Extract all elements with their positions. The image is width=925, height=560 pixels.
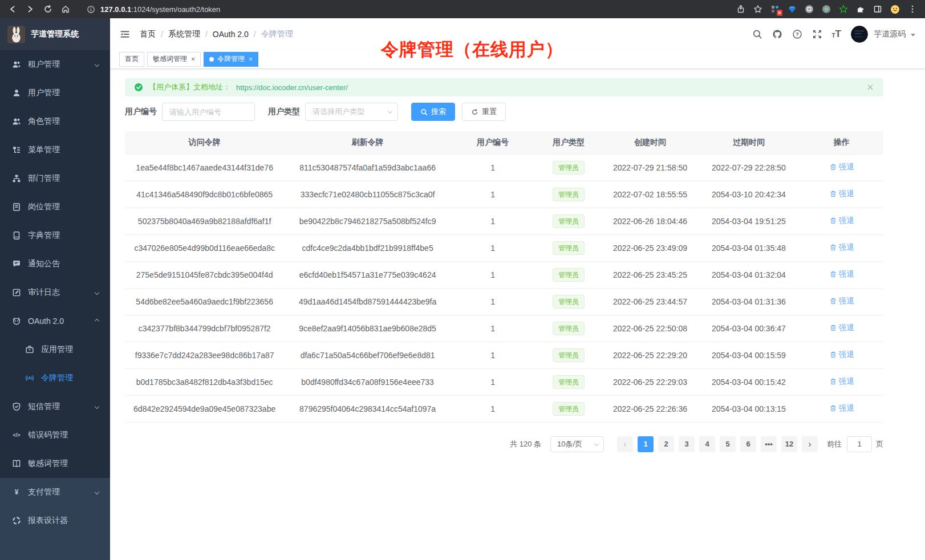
back-icon[interactable]	[8, 5, 17, 14]
action-cell: 强退	[800, 288, 883, 315]
sidebar-item-error-code-management[interactable]: </>错误码管理	[0, 421, 110, 449]
force-logout-link[interactable]: 强退	[829, 376, 854, 387]
alert-close-icon[interactable]	[866, 83, 874, 91]
user-menu-caret-icon[interactable]	[911, 34, 915, 36]
force-logout-link[interactable]: 强退	[829, 323, 854, 333]
sidebar-item-app-management[interactable]: 应用管理	[0, 335, 110, 364]
tab-close-icon[interactable]: ×	[191, 56, 195, 63]
page-button-5[interactable]: 5	[720, 436, 736, 452]
page-size-select[interactable]: 10条/页	[550, 436, 604, 452]
alert-doc-link[interactable]: https://doc.iocoder.cn/user-center/	[236, 83, 348, 92]
trash-icon	[829, 190, 837, 198]
goto-page-input[interactable]	[847, 436, 872, 452]
breadcrumb-item[interactable]: 系统管理	[168, 29, 200, 39]
user-type-select[interactable]: 请选择用户类型	[305, 103, 398, 121]
page-button-6[interactable]: 6	[740, 436, 756, 452]
force-logout-link[interactable]: 强退	[829, 189, 854, 199]
search-icon	[420, 108, 428, 116]
sidebar-item-role-management[interactable]: 角色管理	[0, 107, 110, 136]
force-logout-link[interactable]: 强退	[829, 242, 854, 253]
username[interactable]: 芋道源码	[874, 29, 906, 39]
tab-令牌管理[interactable]: 令牌管理×	[204, 52, 258, 67]
breadcrumb-item[interactable]: 首页	[140, 29, 156, 39]
font-size-icon[interactable]: TT	[832, 29, 842, 39]
user-id-input[interactable]	[162, 103, 255, 121]
profile-emoji-icon[interactable]	[890, 5, 900, 14]
access-token-cell: b0d1785bc3a8482f812db4a3f3bd15ec	[125, 368, 284, 395]
reload-icon[interactable]	[43, 5, 52, 14]
app-logo[interactable]: 芋道管理系统	[0, 18, 110, 50]
tab-首页[interactable]: 首页	[119, 52, 144, 67]
address-bar[interactable]: 127.0.0.1:1024/system/oauth2/token	[87, 5, 220, 14]
tab-敏感词管理[interactable]: 敏感词管理×	[147, 52, 201, 67]
user-id-cell: 1	[451, 288, 534, 315]
created-time-cell: 2022-07-02 18:55:55	[603, 181, 697, 208]
force-logout-link[interactable]: 强退	[829, 216, 854, 226]
green-star-extension-icon[interactable]	[839, 5, 848, 14]
trash-icon	[829, 324, 837, 332]
user-avatar[interactable]	[851, 26, 868, 43]
extension-grid-icon[interactable]: 9	[770, 5, 780, 14]
access-token-cell: 275e5de9151045fe87cbdc395e004f4d	[125, 261, 284, 288]
chevron-up-icon	[95, 319, 99, 323]
more-pages-button[interactable]: •••	[761, 436, 777, 452]
sidebar-item-dict-management[interactable]: 字典管理	[0, 221, 110, 250]
access-token-cell: 54d6be82ee5a460a9aedc1f9bf223656	[125, 288, 284, 315]
search-button[interactable]: 搜索	[411, 103, 455, 121]
breadcrumb-item[interactable]: OAuth 2.0	[213, 30, 249, 39]
github-icon[interactable]	[772, 29, 782, 39]
trash-icon	[829, 351, 837, 359]
sidebar-item-report-designer[interactable]: 报表设计器	[0, 506, 110, 535]
page-button-12[interactable]: 12	[781, 436, 797, 452]
command-extension-icon[interactable]	[805, 5, 814, 14]
pagination-total: 共 120 条	[510, 439, 541, 449]
home-icon[interactable]	[61, 5, 70, 14]
sidebar-item-label: 通知公告	[28, 259, 60, 269]
tab-close-icon[interactable]: ×	[249, 56, 253, 63]
force-logout-link[interactable]: 强退	[829, 269, 854, 279]
browser-menu-icon[interactable]	[908, 5, 917, 14]
share-icon[interactable]	[736, 5, 745, 14]
goto-suffix: 页	[876, 439, 883, 449]
sidebar-item-oauth2[interactable]: OAuth 2.0	[0, 307, 110, 335]
sidebar-item-notice-management[interactable]: 通知公告	[0, 250, 110, 278]
user-icon	[12, 88, 21, 98]
fullscreen-icon[interactable]	[812, 29, 822, 39]
action-cell: 强退	[800, 315, 883, 342]
sidebar-collapse-icon[interactable]	[120, 29, 130, 39]
sidebar-item-payment-management[interactable]: ¥支付管理	[0, 478, 110, 506]
record-extension-icon[interactable]	[822, 5, 831, 14]
next-page-button[interactable]: ›	[802, 436, 818, 452]
force-logout-link[interactable]: 强退	[829, 403, 854, 413]
gem-extension-icon[interactable]	[788, 5, 797, 14]
side-panel-icon[interactable]	[873, 5, 882, 14]
sidebar-item-audit-log[interactable]: 审计日志	[0, 278, 110, 307]
page-button-2[interactable]: 2	[658, 436, 674, 452]
reset-button[interactable]: 重置	[462, 103, 506, 121]
forward-icon[interactable]	[26, 5, 35, 14]
page-button-4[interactable]: 4	[699, 436, 715, 452]
sidebar-item-user-management[interactable]: 用户管理	[0, 79, 110, 107]
sidebar-item-menu-management[interactable]: 菜单管理	[0, 136, 110, 164]
user-type-badge: 管理员	[553, 188, 585, 201]
search-icon[interactable]	[752, 29, 762, 39]
puzzle-extensions-icon[interactable]	[856, 5, 865, 14]
site-info-icon[interactable]	[87, 5, 95, 14]
sidebar-item-sms-management[interactable]: 短信管理	[0, 392, 110, 421]
sidebar-item-dept-management[interactable]: 部门管理	[0, 164, 110, 193]
pagination: 共 120 条 10条/页 ‹123456•••12› 前往 页	[125, 436, 883, 452]
prev-page-button[interactable]: ‹	[617, 436, 633, 452]
sidebar-item-post-management[interactable]: 岗位管理	[0, 193, 110, 221]
bookmark-star-icon[interactable]	[753, 5, 762, 14]
force-logout-link[interactable]: 强退	[829, 296, 854, 306]
user-type-badge: 管理员	[553, 375, 585, 389]
page-button-1[interactable]: 1	[638, 436, 654, 452]
sidebar-item-sensitive-word-management[interactable]: 敏感词管理	[0, 449, 110, 478]
page-button-3[interactable]: 3	[679, 436, 695, 452]
alert-text: 【用户体系】文档地址：	[149, 82, 230, 92]
help-icon[interactable]: ?	[792, 29, 802, 39]
sidebar-item-token-management[interactable]: A令牌管理	[0, 364, 110, 392]
force-logout-link[interactable]: 强退	[829, 350, 854, 360]
force-logout-link[interactable]: 强退	[829, 162, 854, 172]
sidebar-item-tenant-management[interactable]: 租户管理	[0, 50, 110, 79]
